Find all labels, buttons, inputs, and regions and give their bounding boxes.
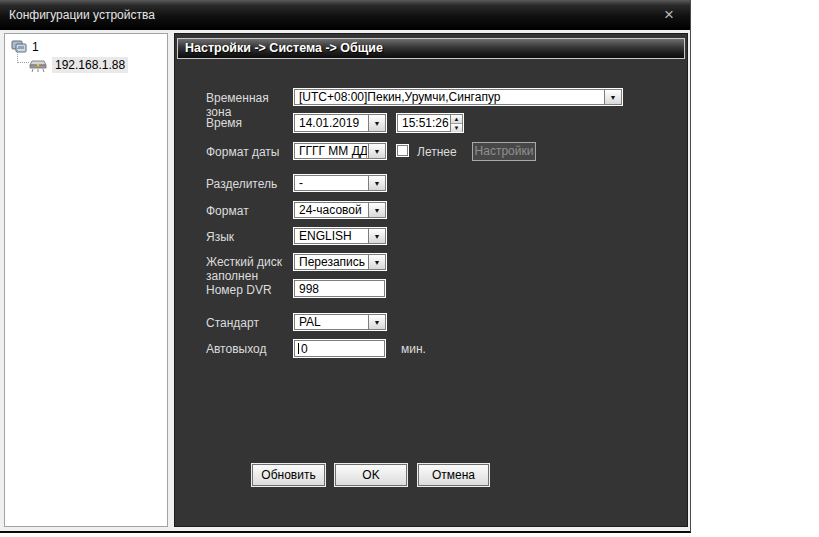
screenshot-stage: Конфигурации устройства × 1: [0, 0, 819, 537]
auto-logout-field: [293, 339, 386, 358]
standard-label: Стандарт: [206, 316, 292, 330]
time-format-label: Формат: [206, 204, 292, 218]
breadcrumb: Настройки -> Система -> Общие: [177, 38, 685, 59]
close-icon[interactable]: ×: [658, 3, 680, 27]
hdd-full-value: Перезапись: [294, 254, 367, 270]
chevron-down-icon[interactable]: ▼: [604, 90, 621, 104]
dvr-number-label: Номер DVR: [206, 283, 292, 297]
spin-up-icon[interactable]: ▲: [451, 115, 462, 124]
standard-value: PAL: [294, 314, 367, 330]
device-tree-panel: 1 192.168.1.88: [4, 33, 168, 527]
chevron-down-icon[interactable]: ▼: [368, 144, 385, 158]
timezone-value: [UTC+08:00]Пекин,Урумчи,Сингапур: [294, 89, 603, 105]
dst-label: Летнее: [417, 145, 457, 159]
dvr-number-field: [293, 279, 386, 298]
date-format-value: ГГГГ ММ ДД: [294, 143, 367, 159]
chevron-down-icon[interactable]: ▼: [368, 229, 385, 243]
ok-button[interactable]: OK: [335, 464, 407, 486]
settings-panel: Настройки -> Система -> Общие Временная …: [174, 33, 688, 527]
refresh-button[interactable]: Обновить: [252, 464, 325, 486]
chevron-down-icon[interactable]: ▼: [368, 315, 385, 329]
timezone-select[interactable]: [UTC+08:00]Пекин,Урумчи,Сингапур ▼: [293, 88, 623, 106]
window-title: Конфигурации устройства: [9, 8, 155, 22]
separator-value: -: [294, 175, 367, 191]
hdd-full-label: Жесткий диск заполнен: [206, 255, 292, 283]
language-label: Язык: [206, 230, 292, 244]
auto-logout-label: Автовыход: [206, 342, 292, 356]
chevron-down-icon[interactable]: ▼: [368, 176, 385, 190]
tree-connector: [17, 48, 29, 63]
dst-settings-button[interactable]: Настройки: [472, 142, 536, 161]
timezone-label: Временная зона: [206, 91, 292, 119]
date-format-select[interactable]: ГГГГ ММ ДД ▼: [293, 142, 387, 160]
cancel-button[interactable]: Отмена: [418, 464, 489, 486]
dvr-number-input[interactable]: [296, 282, 383, 295]
window-titlebar[interactable]: Конфигурации устройства ×: [0, 0, 690, 30]
time-format-value: 24-часовой: [294, 202, 367, 218]
date-value: 14.01.2019: [294, 114, 367, 132]
date-select[interactable]: 14.01.2019 ▼: [293, 113, 387, 133]
auto-logout-unit: мин.: [401, 342, 426, 356]
chevron-down-icon[interactable]: ▼: [368, 115, 385, 131]
date-format-label: Формат даты: [206, 145, 292, 159]
hdd-full-select[interactable]: Перезапись ▼: [293, 253, 387, 271]
separator-select[interactable]: - ▼: [293, 174, 387, 192]
tree-item-device[interactable]: 192.168.1.88: [29, 56, 128, 74]
clock-value: 15:51:26: [397, 114, 449, 132]
language-value: ENGLISH: [294, 228, 367, 244]
tree-device-label: 192.168.1.88: [52, 57, 128, 73]
tree-root-label: 1: [32, 40, 39, 54]
standard-select[interactable]: PAL ▼: [293, 313, 387, 331]
dvr-device-icon: [29, 58, 47, 73]
language-select[interactable]: ENGLISH ▼: [293, 227, 387, 245]
clock-spinner[interactable]: 15:51:26 ▲ ▼: [396, 113, 464, 133]
spin-down-icon[interactable]: ▼: [451, 124, 462, 132]
time-label: Время: [206, 116, 292, 130]
dst-checkbox[interactable]: [396, 144, 409, 157]
chevron-down-icon[interactable]: ▼: [368, 203, 385, 217]
chevron-down-icon[interactable]: ▼: [368, 255, 385, 269]
separator-label: Разделитель: [206, 177, 292, 191]
time-format-select[interactable]: 24-часовой ▼: [293, 201, 387, 219]
device-config-window: Конфигурации устройства × 1: [0, 0, 691, 533]
auto-logout-input[interactable]: [296, 342, 383, 355]
